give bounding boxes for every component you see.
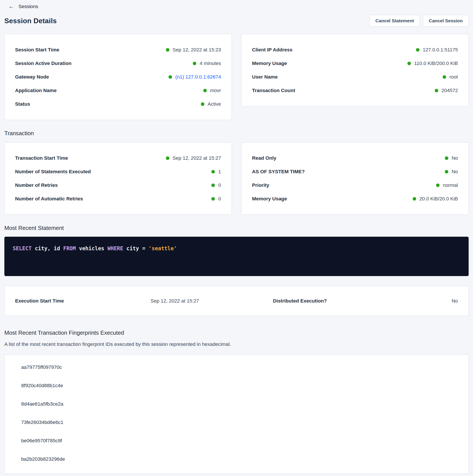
- detail-value-text: (n1) 127.0.0.1:62674: [175, 74, 221, 80]
- detail-label: Application Name: [15, 88, 57, 93]
- distributed-execution-value: No: [452, 298, 458, 304]
- detail-row: Session Active Duration 4 minutes: [15, 57, 221, 70]
- detail-value-text: Active: [208, 101, 221, 107]
- session-summary-row: Session Start Time Sep 12, 2022 at 15:23…: [4, 34, 469, 120]
- status-dot-icon: [193, 62, 196, 65]
- execution-card: Execution Start Time Sep 12, 2022 at 15:…: [4, 286, 469, 316]
- detail-label: Session Active Duration: [15, 61, 71, 66]
- detail-row: Number of Statements Executed 1: [15, 165, 221, 178]
- status-dot-icon: [436, 184, 440, 187]
- detail-label: AS OF SYSTEM TIME?: [252, 169, 305, 175]
- sql-statement: SELECT city, id FROM vehicles WHERE city…: [13, 245, 177, 252]
- detail-value-text: 0: [218, 196, 221, 202]
- detail-value: No: [445, 169, 458, 175]
- cancel-statement-button[interactable]: Cancel Statement: [370, 15, 420, 27]
- detail-value: 1: [211, 169, 221, 175]
- detail-value: movr: [203, 88, 221, 93]
- detail-row: Client IP Address 127.0.0.1:51175: [252, 43, 458, 57]
- detail-value-text: 110.0 KiB/200.0 KiB: [414, 61, 458, 66]
- detail-value-text: 20.0 KiB/20.0 KiB: [420, 196, 458, 202]
- status-dot-icon: [211, 184, 215, 187]
- fingerprint-item: aa79775ff097970c: [15, 364, 458, 370]
- status-dot-icon: [201, 102, 204, 106]
- page-content: Session Start Time Sep 12, 2022 at 15:23…: [0, 34, 473, 476]
- transaction-section-heading: Transaction: [4, 130, 469, 137]
- detail-label: Memory Usage: [252, 61, 287, 66]
- detail-row: Transaction Start Time Sep 12, 2022 at 1…: [15, 151, 221, 165]
- detail-label: Session Start Time: [15, 47, 59, 53]
- back-arrow-icon: ←: [8, 3, 14, 9]
- fingerprint-item: 8d4ae61a5fb3ce2a: [15, 401, 458, 407]
- status-dot-icon: [168, 75, 172, 79]
- fingerprint-item: be06e9570f785c9f: [15, 438, 458, 444]
- detail-value-text: No: [452, 155, 458, 161]
- breadcrumb-label: Sessions: [18, 4, 38, 9]
- detail-row: Memory Usage 110.0 KiB/200.0 KiB: [252, 57, 458, 70]
- detail-label: Number of Statements Executed: [15, 169, 91, 175]
- transaction-card-right: Read Only No AS OF SYSTEM TIME? No P: [241, 142, 469, 215]
- detail-value: 4 minutes: [193, 61, 221, 66]
- sql-token: city =: [123, 245, 149, 252]
- detail-row: Read Only No: [252, 151, 458, 165]
- header-actions: Cancel Statement Cancel Session: [370, 15, 469, 27]
- status-dot-icon: [416, 48, 420, 52]
- detail-value: 110.0 KiB/200.0 KiB: [408, 61, 458, 66]
- detail-label: Memory Usage: [252, 196, 287, 202]
- detail-label: Status: [15, 101, 30, 107]
- detail-value: 204572: [435, 88, 458, 93]
- status-dot-icon: [435, 89, 438, 92]
- detail-value-text: root: [449, 74, 458, 80]
- fingerprint-item: ba2b203b823296de: [15, 456, 458, 462]
- fingerprints-section-heading: Most Recent Transaction Fingerprints Exe…: [4, 329, 469, 336]
- status-dot-icon: [203, 89, 207, 92]
- detail-row: Session Start Time Sep 12, 2022 at 15:23: [15, 43, 221, 57]
- execution-start-time-label: Execution Start Time: [15, 298, 151, 304]
- sql-statement-box: SELECT city, id FROM vehicles WHERE city…: [4, 237, 469, 276]
- statement-section-heading: Most Recent Statement: [4, 225, 469, 231]
- detail-value: 0: [211, 196, 221, 202]
- status-dot-icon: [211, 170, 215, 173]
- detail-value-text: No: [452, 169, 458, 175]
- detail-value: Sep 12, 2022 at 15:23: [166, 47, 221, 53]
- detail-value-text: 127.0.0.1:51175: [423, 47, 458, 53]
- status-dot-icon: [408, 62, 411, 65]
- status-dot-icon: [413, 197, 416, 201]
- detail-value: Active: [201, 101, 221, 107]
- status-dot-icon: [445, 156, 448, 160]
- status-dot-icon: [445, 170, 448, 173]
- detail-label: Gateway Node: [15, 74, 49, 80]
- detail-row: Number of Automatic Retries 0: [15, 192, 221, 206]
- detail-value-text: normal: [443, 182, 458, 188]
- sql-token: FROM: [63, 245, 76, 252]
- status-dot-icon: [443, 75, 446, 79]
- detail-value-text: movr: [210, 88, 221, 93]
- sql-token: vehicles: [76, 245, 108, 252]
- detail-row: AS OF SYSTEM TIME? No: [252, 165, 458, 178]
- detail-value-text: Sep 12, 2022 at 15:27: [173, 155, 221, 161]
- session-details-card-left: Session Start Time Sep 12, 2022 at 15:23…: [4, 34, 232, 120]
- detail-label: Client IP Address: [252, 47, 293, 53]
- detail-label: Number of Retries: [15, 182, 58, 188]
- detail-value-text: 204572: [441, 88, 458, 93]
- cancel-session-button[interactable]: Cancel Session: [423, 15, 469, 27]
- detail-row: Number of Retries 0: [15, 178, 221, 192]
- detail-value-text: Sep 12, 2022 at 15:23: [173, 47, 221, 53]
- fingerprints-description: A list of the most recent transaction fi…: [4, 341, 469, 347]
- session-details-card-right: Client IP Address 127.0.0.1:51175 Memory…: [241, 34, 469, 106]
- detail-label: Priority: [252, 182, 269, 188]
- detail-value: 20.0 KiB/20.0 KiB: [413, 196, 458, 202]
- detail-row: Gateway Node (n1) 127.0.0.1:62674: [15, 70, 221, 84]
- sql-token: WHERE: [108, 245, 123, 252]
- detail-value: 127.0.0.1:51175: [416, 47, 458, 53]
- transaction-row: Transaction Start Time Sep 12, 2022 at 1…: [4, 142, 469, 215]
- detail-value-text: 1: [218, 169, 221, 175]
- detail-label: Transaction Count: [252, 88, 295, 93]
- breadcrumb-back-link[interactable]: ← Sessions: [8, 3, 38, 9]
- top-navigation: ← Sessions: [0, 0, 473, 10]
- detail-value-text: 4 minutes: [199, 61, 221, 66]
- fingerprints-card: aa79775ff097970c 8f920c40d88b1c4e 8d4ae6…: [4, 355, 469, 474]
- detail-row: Transaction Count 204572: [252, 84, 458, 97]
- transaction-card-left: Transaction Start Time Sep 12, 2022 at 1…: [4, 142, 232, 215]
- detail-value: root: [443, 74, 458, 80]
- detail-value[interactable]: (n1) 127.0.0.1:62674: [168, 74, 221, 80]
